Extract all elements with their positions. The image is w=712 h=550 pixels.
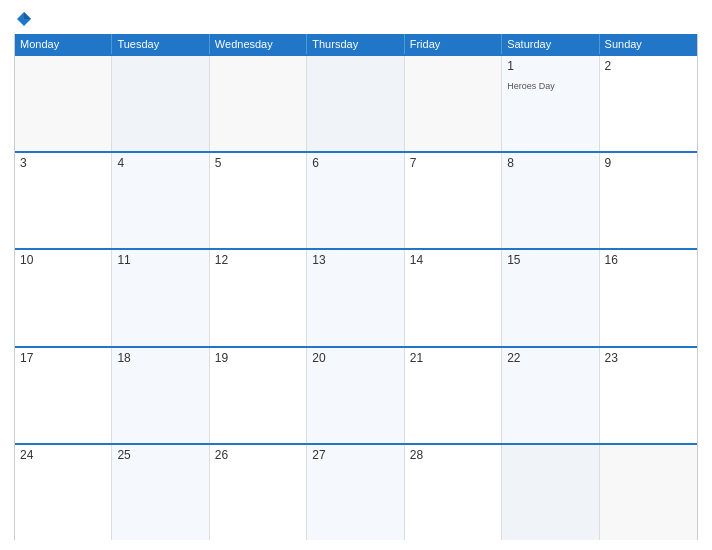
day-cell: 27	[307, 445, 404, 540]
day-cell	[502, 445, 599, 540]
day-number: 19	[215, 351, 301, 365]
day-number: 17	[20, 351, 106, 365]
day-number: 11	[117, 253, 203, 267]
day-header-thursday: Thursday	[307, 34, 404, 54]
day-number: 3	[20, 156, 106, 170]
day-number: 8	[507, 156, 593, 170]
day-cell: 6	[307, 153, 404, 248]
day-cell: 19	[210, 348, 307, 443]
day-cell: 4	[112, 153, 209, 248]
day-cell: 2	[600, 56, 697, 151]
day-cell: 3	[15, 153, 112, 248]
logo	[14, 10, 34, 28]
day-number: 5	[215, 156, 301, 170]
day-cell: 18	[112, 348, 209, 443]
weeks-container: 1Heroes Day23456789101112131415161718192…	[15, 54, 697, 540]
day-header-wednesday: Wednesday	[210, 34, 307, 54]
day-number: 7	[410, 156, 496, 170]
day-number: 18	[117, 351, 203, 365]
week-row-2: 3456789	[15, 151, 697, 248]
day-number: 10	[20, 253, 106, 267]
day-cell	[15, 56, 112, 151]
day-cell	[112, 56, 209, 151]
week-row-5: 2425262728	[15, 443, 697, 540]
day-cell: 23	[600, 348, 697, 443]
day-cell: 7	[405, 153, 502, 248]
day-cell: 9	[600, 153, 697, 248]
day-number: 28	[410, 448, 496, 462]
day-header-monday: Monday	[15, 34, 112, 54]
week-row-4: 17181920212223	[15, 346, 697, 443]
day-number: 20	[312, 351, 398, 365]
day-headers-row: MondayTuesdayWednesdayThursdayFridaySatu…	[15, 34, 697, 54]
day-number: 22	[507, 351, 593, 365]
page: MondayTuesdayWednesdayThursdayFridaySatu…	[0, 0, 712, 550]
day-number: 6	[312, 156, 398, 170]
week-row-3: 10111213141516	[15, 248, 697, 345]
day-number: 16	[605, 253, 692, 267]
day-cell: 16	[600, 250, 697, 345]
day-cell: 1Heroes Day	[502, 56, 599, 151]
day-number: 24	[20, 448, 106, 462]
day-cell: 20	[307, 348, 404, 443]
day-cell: 28	[405, 445, 502, 540]
day-number: 2	[605, 59, 692, 73]
day-number: 13	[312, 253, 398, 267]
day-number: 9	[605, 156, 692, 170]
logo-icon	[15, 10, 33, 28]
day-cell: 15	[502, 250, 599, 345]
calendar: MondayTuesdayWednesdayThursdayFridaySatu…	[14, 34, 698, 540]
day-cell	[307, 56, 404, 151]
day-cell	[210, 56, 307, 151]
day-header-saturday: Saturday	[502, 34, 599, 54]
day-header-friday: Friday	[405, 34, 502, 54]
day-cell: 17	[15, 348, 112, 443]
day-header-tuesday: Tuesday	[112, 34, 209, 54]
day-cell: 14	[405, 250, 502, 345]
day-number: 26	[215, 448, 301, 462]
day-cell: 11	[112, 250, 209, 345]
day-number: 15	[507, 253, 593, 267]
day-cell: 12	[210, 250, 307, 345]
day-cell: 8	[502, 153, 599, 248]
header	[14, 10, 698, 28]
day-number: 25	[117, 448, 203, 462]
day-number: 23	[605, 351, 692, 365]
day-cell: 5	[210, 153, 307, 248]
day-cell: 25	[112, 445, 209, 540]
week-row-1: 1Heroes Day2	[15, 54, 697, 151]
day-cell: 26	[210, 445, 307, 540]
day-cell: 10	[15, 250, 112, 345]
day-number: 21	[410, 351, 496, 365]
day-cell: 21	[405, 348, 502, 443]
day-number: 12	[215, 253, 301, 267]
day-number: 27	[312, 448, 398, 462]
day-cell	[600, 445, 697, 540]
day-number: 1	[507, 59, 593, 73]
day-cell: 24	[15, 445, 112, 540]
holiday-label: Heroes Day	[507, 81, 555, 91]
day-cell: 13	[307, 250, 404, 345]
day-number: 14	[410, 253, 496, 267]
day-cell	[405, 56, 502, 151]
day-number: 4	[117, 156, 203, 170]
day-cell: 22	[502, 348, 599, 443]
svg-marker-1	[24, 12, 31, 19]
day-header-sunday: Sunday	[600, 34, 697, 54]
